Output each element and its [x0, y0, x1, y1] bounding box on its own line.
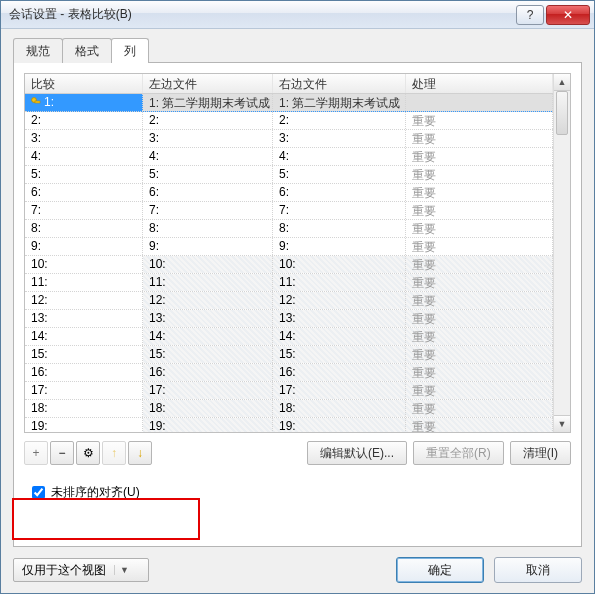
cell-proc: 重要	[406, 166, 553, 183]
vertical-scrollbar[interactable]: ▲ ▼	[553, 74, 570, 432]
titlebar[interactable]: 会话设置 - 表格比较(B) ? ✕	[1, 1, 594, 29]
header-compare[interactable]: 比较	[25, 74, 143, 93]
cancel-button[interactable]: 取消	[494, 557, 582, 583]
table-row[interactable]: 5:5:5:重要	[25, 166, 553, 184]
edit-default-button[interactable]: 编辑默认(E)...	[307, 441, 407, 465]
table-row[interactable]: 15:15:15:重要	[25, 346, 553, 364]
cell-left: 12:	[143, 292, 273, 309]
header-right[interactable]: 右边文件	[273, 74, 406, 93]
header-proc[interactable]: 处理	[406, 74, 553, 93]
cell-compare: 2:	[25, 112, 143, 129]
dialog-footer: 仅用于这个视图 ▼ 确定 取消	[13, 557, 582, 583]
table-row[interactable]: 4:4:4:重要	[25, 148, 553, 166]
scroll-track[interactable]	[554, 135, 570, 415]
table-row[interactable]: 6:6:6:重要	[25, 184, 553, 202]
cell-proc: 重要	[406, 400, 553, 417]
scroll-thumb[interactable]	[556, 91, 568, 135]
dialog-window: 会话设置 - 表格比较(B) ? ✕ 规范 格式 列 比较 左边文件 右边文件 …	[0, 0, 595, 594]
cell-compare: 9:	[25, 238, 143, 255]
table-row[interactable]: 1:1: 第二学期期末考试成1: 第二学期期末考试成	[25, 94, 553, 112]
cell-proc: 重要	[406, 310, 553, 327]
table-row[interactable]: 17:17:17:重要	[25, 382, 553, 400]
tab-panel-columns: 比较 左边文件 右边文件 处理 1:1: 第二学期期末考试成1: 第二学期期末考…	[13, 62, 582, 547]
table-row[interactable]: 14:14:14:重要	[25, 328, 553, 346]
help-button[interactable]: ?	[516, 5, 544, 25]
plus-icon: +	[32, 446, 39, 460]
ok-button[interactable]: 确定	[396, 557, 484, 583]
cell-compare: 15:	[25, 346, 143, 363]
cell-left: 10:	[143, 256, 273, 273]
clear-button[interactable]: 清理(I)	[510, 441, 571, 465]
cell-compare: 10:	[25, 256, 143, 273]
table-row[interactable]: 16:16:16:重要	[25, 364, 553, 382]
arrow-up-icon: ↑	[111, 446, 117, 460]
cell-left: 17:	[143, 382, 273, 399]
cell-compare: 4:	[25, 148, 143, 165]
cell-right: 5:	[273, 166, 406, 183]
chevron-down-icon: ▼	[114, 565, 130, 575]
remove-button[interactable]: −	[50, 441, 74, 465]
cell-right: 4:	[273, 148, 406, 165]
table-row[interactable]: 9:9:9:重要	[25, 238, 553, 256]
close-icon: ✕	[563, 8, 573, 22]
cell-left: 1: 第二学期期末考试成	[143, 94, 273, 111]
cell-compare: 3:	[25, 130, 143, 147]
cell-left: 5:	[143, 166, 273, 183]
cell-proc: 重要	[406, 202, 553, 219]
unsorted-align-checkbox[interactable]	[32, 486, 45, 499]
cell-compare: 16:	[25, 364, 143, 381]
table-row[interactable]: 19:19:19:重要	[25, 418, 553, 432]
scope-combo[interactable]: 仅用于这个视图 ▼	[13, 558, 149, 582]
tab-geshi[interactable]: 格式	[62, 38, 112, 63]
scroll-down-icon[interactable]: ▼	[554, 415, 570, 432]
table-row[interactable]: 8:8:8:重要	[25, 220, 553, 238]
cell-left: 2:	[143, 112, 273, 129]
table-row[interactable]: 11:11:11:重要	[25, 274, 553, 292]
header-left[interactable]: 左边文件	[143, 74, 273, 93]
table-row[interactable]: 12:12:12:重要	[25, 292, 553, 310]
unsorted-align-label[interactable]: 未排序的对齐(U)	[51, 484, 140, 501]
cell-left: 14:	[143, 328, 273, 345]
cell-proc: 重要	[406, 130, 553, 147]
svg-rect-1	[35, 101, 40, 103]
settings-button[interactable]: ⚙	[76, 441, 100, 465]
cell-proc: 重要	[406, 346, 553, 363]
cell-proc: 重要	[406, 274, 553, 291]
grid-inner: 比较 左边文件 右边文件 处理 1:1: 第二学期期末考试成1: 第二学期期末考…	[25, 74, 553, 432]
tab-lie[interactable]: 列	[111, 38, 149, 63]
scope-combo-value: 仅用于这个视图	[22, 562, 106, 579]
close-button[interactable]: ✕	[546, 5, 590, 25]
cell-compare: 18:	[25, 400, 143, 417]
move-down-button[interactable]: ↓	[128, 441, 152, 465]
cell-right: 8:	[273, 220, 406, 237]
cell-proc: 重要	[406, 418, 553, 432]
cell-compare: 1:	[25, 94, 143, 111]
cell-compare: 13:	[25, 310, 143, 327]
cell-right: 16:	[273, 364, 406, 381]
cell-right: 1: 第二学期期末考试成	[273, 94, 406, 111]
unsorted-align-row: 未排序的对齐(U)	[24, 483, 571, 502]
table-row[interactable]: 3:3:3:重要	[25, 130, 553, 148]
cell-proc: 重要	[406, 364, 553, 381]
grid-body[interactable]: 1:1: 第二学期期末考试成1: 第二学期期末考试成2:2:2:重要3:3:3:…	[25, 94, 553, 432]
cell-compare: 8:	[25, 220, 143, 237]
tab-guifan[interactable]: 规范	[13, 38, 63, 63]
cell-left: 16:	[143, 364, 273, 381]
reset-all-button[interactable]: 重置全部(R)	[413, 441, 504, 465]
cell-right: 12:	[273, 292, 406, 309]
cell-left: 3:	[143, 130, 273, 147]
dialog-body: 规范 格式 列 比较 左边文件 右边文件 处理 1:1: 第二学期期末考试成1:…	[1, 29, 594, 593]
table-row[interactable]: 13:13:13:重要	[25, 310, 553, 328]
cell-left: 9:	[143, 238, 273, 255]
table-row[interactable]: 7:7:7:重要	[25, 202, 553, 220]
table-row[interactable]: 18:18:18:重要	[25, 400, 553, 418]
move-up-button[interactable]: ↑	[102, 441, 126, 465]
cell-right: 7:	[273, 202, 406, 219]
scroll-up-icon[interactable]: ▲	[554, 74, 570, 91]
cell-right: 19:	[273, 418, 406, 432]
table-row[interactable]: 2:2:2:重要	[25, 112, 553, 130]
cell-right: 14:	[273, 328, 406, 345]
add-button[interactable]: +	[24, 441, 48, 465]
cell-compare: 17:	[25, 382, 143, 399]
table-row[interactable]: 10:10:10:重要	[25, 256, 553, 274]
